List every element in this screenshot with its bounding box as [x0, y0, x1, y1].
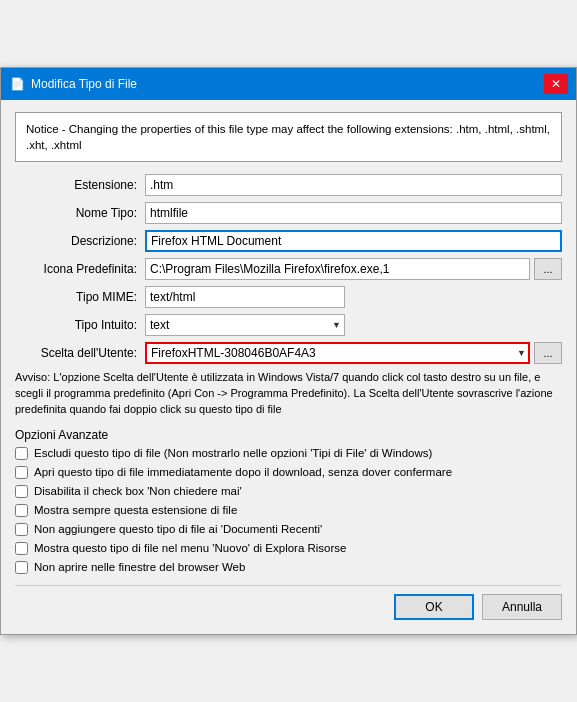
- estensione-input[interactable]: [145, 174, 562, 196]
- window-icon: 📄: [9, 76, 25, 92]
- checkbox-0[interactable]: [15, 447, 28, 460]
- checkbox-1[interactable]: [15, 466, 28, 479]
- estensione-label: Estensione:: [15, 178, 145, 192]
- nome-tipo-input[interactable]: [145, 202, 562, 224]
- checkbox-3[interactable]: [15, 504, 28, 517]
- checkbox-item-0: Escludi questo tipo di file (Non mostrar…: [15, 446, 562, 461]
- estensione-row: Estensione:: [15, 174, 562, 196]
- title-bar: 📄 Modifica Tipo di File ✕: [1, 68, 576, 100]
- icona-label: Icona Predefinita:: [15, 262, 145, 276]
- button-row: OK Annulla: [15, 585, 562, 622]
- icona-input[interactable]: [145, 258, 530, 280]
- tipo-intuito-select[interactable]: text binary unknown: [145, 314, 345, 336]
- checkbox-label-0[interactable]: Escludi questo tipo di file (Non mostrar…: [34, 446, 432, 461]
- advanced-label: Opzioni Avanzate: [15, 428, 562, 442]
- checkbox-item-6: Non aprire nelle finestre del browser We…: [15, 560, 562, 575]
- tipo-mime-row: Tipo MIME:: [15, 286, 562, 308]
- scelta-utente-label: Scelta dell'Utente:: [15, 346, 145, 360]
- checkbox-label-5[interactable]: Mostra questo tipo di file nel menu 'Nuo…: [34, 541, 347, 556]
- dialog-window: 📄 Modifica Tipo di File ✕ Notice - Chang…: [0, 67, 577, 635]
- annulla-button[interactable]: Annulla: [482, 594, 562, 620]
- checkbox-item-3: Mostra sempre questa estensione di file: [15, 503, 562, 518]
- nome-tipo-label: Nome Tipo:: [15, 206, 145, 220]
- notice-text: Notice - Changing the properties of this…: [26, 123, 550, 151]
- scelta-utente-group: ▼ ...: [145, 342, 562, 364]
- descrizione-input[interactable]: [145, 230, 562, 252]
- icona-browse-button[interactable]: ...: [534, 258, 562, 280]
- checkbox-label-3[interactable]: Mostra sempre questa estensione di file: [34, 503, 237, 518]
- checkbox-6[interactable]: [15, 561, 28, 574]
- advanced-section: Opzioni Avanzate Escludi questo tipo di …: [15, 428, 562, 575]
- close-button[interactable]: ✕: [544, 74, 568, 94]
- checkbox-4[interactable]: [15, 523, 28, 536]
- notice-box: Notice - Changing the properties of this…: [15, 112, 562, 162]
- nome-tipo-row: Nome Tipo:: [15, 202, 562, 224]
- icona-row: Icona Predefinita: ...: [15, 258, 562, 280]
- scelta-utente-row: Scelta dell'Utente: ▼ ...: [15, 342, 562, 364]
- checkbox-2[interactable]: [15, 485, 28, 498]
- checkbox-label-1[interactable]: Apri questo tipo di file immediatamente …: [34, 465, 452, 480]
- tipo-mime-label: Tipo MIME:: [15, 290, 145, 304]
- checkbox-label-6[interactable]: Non aprire nelle finestre del browser We…: [34, 560, 245, 575]
- tipo-intuito-wrapper: text binary unknown ▼: [145, 314, 345, 336]
- scelta-utente-browse-button[interactable]: ...: [534, 342, 562, 364]
- window-title: Modifica Tipo di File: [31, 77, 544, 91]
- checkbox-label-2[interactable]: Disabilita il check box 'Non chiedere ma…: [34, 484, 242, 499]
- checkbox-5[interactable]: [15, 542, 28, 555]
- descrizione-label: Descrizione:: [15, 234, 145, 248]
- checkbox-item-2: Disabilita il check box 'Non chiedere ma…: [15, 484, 562, 499]
- scelta-utente-input-wrapper: ▼: [145, 342, 530, 364]
- icona-input-group: ...: [145, 258, 562, 280]
- warning-text: Avviso: L'opzione Scelta dell'Utente è u…: [15, 370, 562, 418]
- checkbox-item-5: Mostra questo tipo di file nel menu 'Nuo…: [15, 541, 562, 556]
- ok-button[interactable]: OK: [394, 594, 474, 620]
- dropdown-arrow-icon[interactable]: ▼: [517, 348, 526, 358]
- descrizione-row: Descrizione:: [15, 230, 562, 252]
- checkbox-label-4[interactable]: Non aggiungere questo tipo di file ai 'D…: [34, 522, 322, 537]
- checkbox-item-1: Apri questo tipo di file immediatamente …: [15, 465, 562, 480]
- tipo-mime-input[interactable]: [145, 286, 345, 308]
- scelta-utente-input[interactable]: [147, 344, 508, 362]
- checkbox-item-4: Non aggiungere questo tipo di file ai 'D…: [15, 522, 562, 537]
- dialog-content: Notice - Changing the properties of this…: [1, 100, 576, 634]
- tipo-intuito-label: Tipo Intuito:: [15, 318, 145, 332]
- tipo-intuito-row: Tipo Intuito: text binary unknown ▼: [15, 314, 562, 336]
